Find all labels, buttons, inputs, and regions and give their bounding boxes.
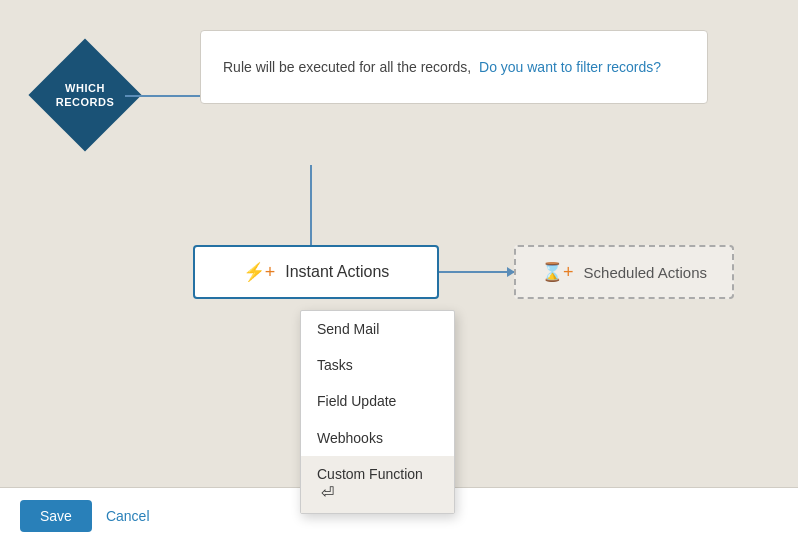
actions-connector-line [439, 271, 514, 273]
save-button[interactable]: Save [20, 500, 92, 532]
diamond-connector-line [125, 95, 200, 97]
diamond-label: WHICH RECORDS [56, 81, 115, 110]
scheduled-actions-box[interactable]: ⌛+ Scheduled Actions [514, 245, 734, 299]
rule-card: Rule will be executed for all the record… [200, 30, 708, 104]
cancel-button[interactable]: Cancel [106, 508, 150, 524]
dropdown-item-custom-function[interactable]: Custom Function ⏎ [301, 456, 454, 513]
cursor-icon: ⏎ [321, 483, 334, 504]
dropdown-item-tasks[interactable]: Tasks [301, 347, 454, 383]
dropdown-item-field-update[interactable]: Field Update [301, 383, 454, 419]
filter-records-link[interactable]: Do you want to filter records? [479, 59, 661, 75]
main-container: Rule will be executed for all the record… [0, 0, 798, 543]
rule-text: Rule will be executed for all the record… [223, 59, 471, 75]
vertical-connector-line [310, 165, 312, 245]
bolt-icon: ⚡+ [243, 261, 276, 283]
hourglass-icon: ⌛+ [541, 261, 574, 283]
dropdown-item-send-mail[interactable]: Send Mail [301, 311, 454, 347]
diamond-container: WHICH RECORDS [30, 40, 140, 150]
instant-actions-box[interactable]: ⚡+ Instant Actions [193, 245, 439, 299]
dropdown-item-webhooks[interactable]: Webhooks [301, 420, 454, 456]
scheduled-actions-label: Scheduled Actions [584, 264, 707, 281]
instant-actions-label: Instant Actions [285, 263, 389, 281]
dropdown-menu: Send Mail Tasks Field Update Webhooks Cu… [300, 310, 455, 514]
